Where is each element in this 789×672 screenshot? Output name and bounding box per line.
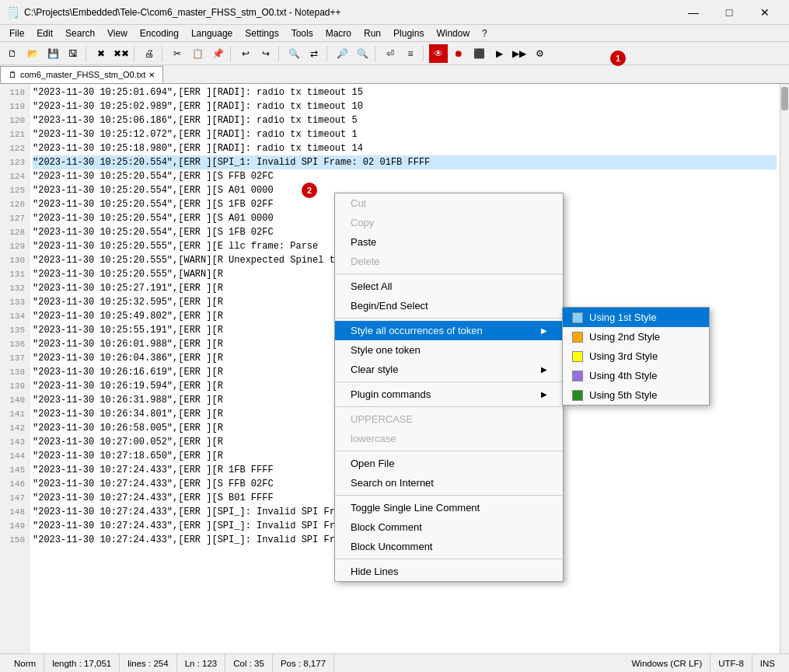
cut-button[interactable]: ✂ (168, 44, 187, 63)
menu-item-tools[interactable]: Tools (285, 26, 319, 40)
context-menu-item[interactable]: Clear style▶ (335, 360, 563, 379)
code-line: "2023-11-30 10:25:06.186",[ERR ][RADI]: … (33, 113, 777, 127)
menu-item-window[interactable]: Window (430, 26, 476, 40)
close-all-button[interactable]: ✖✖ (112, 44, 131, 63)
find-button[interactable]: 🔍 (285, 44, 303, 63)
line-number: 136 (0, 337, 29, 351)
context-menu-item[interactable]: Toggle Single Line Comment (335, 498, 563, 517)
context-menu-item[interactable]: Hide Lines (335, 562, 563, 581)
status-norm: Norm (6, 654, 44, 672)
status-encoding: UTF-8 (710, 654, 752, 672)
close-file-button[interactable]: ✖ (92, 44, 110, 63)
menu-item-macro[interactable]: Macro (319, 26, 358, 40)
menu-item-?[interactable]: ? (476, 26, 494, 40)
context-menu-item: Cut (335, 193, 563, 213)
tab-close-button[interactable]: ✕ (148, 71, 155, 79)
indent-button[interactable]: ≡ (401, 44, 420, 63)
scroll-thumb[interactable] (781, 87, 788, 110)
menu-item-edit[interactable]: Edit (30, 26, 59, 40)
context-menu-label: Search on Internet (351, 477, 434, 489)
play-button[interactable]: ▶ (490, 44, 508, 63)
menu-item-settings[interactable]: Settings (239, 26, 285, 40)
copy-button[interactable]: 📋 (188, 44, 207, 63)
submenu-item-label: Using 5th Style (589, 389, 657, 401)
style-color-swatch (572, 332, 583, 343)
undo-button[interactable]: ↩ (236, 44, 255, 63)
context-menu-label: Plugin commands (351, 388, 431, 400)
submenu-arrow-icon: ▶ (541, 390, 547, 399)
record-button[interactable]: ⏺ (449, 44, 468, 63)
scrollbar[interactable] (780, 84, 789, 653)
line-number: 120 (0, 113, 29, 127)
menu-bar: FileEditSearchViewEncodingLanguageSettin… (0, 25, 789, 42)
toolbar-sep1 (86, 46, 89, 61)
context-menu-item[interactable]: Style one token (335, 340, 563, 360)
context-menu-item[interactable]: Plugin commands▶ (335, 385, 563, 404)
submenu-item[interactable]: Using 4th Style (563, 366, 709, 385)
context-menu-item[interactable]: Begin/End Select (335, 296, 563, 315)
submenu-item[interactable]: Using 3rd Style (563, 346, 709, 366)
new-button[interactable]: 🗋 (3, 44, 22, 63)
context-menu-item[interactable]: Search on Internet (335, 473, 563, 493)
line-number: 141 (0, 407, 29, 421)
context-menu-item[interactable]: Open File (335, 454, 563, 473)
menu-item-encoding[interactable]: Encoding (134, 26, 185, 40)
open-button[interactable]: 📂 (23, 44, 42, 63)
context-menu-item[interactable]: Style all occurrences of token▶ (335, 321, 563, 340)
submenu-item-label: Using 3rd Style (589, 350, 658, 362)
zoom-in-button[interactable]: 🔎 (333, 44, 351, 63)
zoom-out-button[interactable]: 🔍 (353, 44, 372, 63)
line-number: 147 (0, 491, 29, 505)
context-menu-item[interactable]: Select All (335, 277, 563, 296)
eye-button[interactable]: 👁 (429, 44, 448, 63)
submenu-arrow-icon: ▶ (541, 365, 547, 374)
context-menu-label: Copy (351, 217, 374, 228)
line-number: 140 (0, 393, 29, 407)
submenu-item[interactable]: Using 5th Style (563, 385, 709, 405)
wrap-button[interactable]: ⏎ (381, 44, 400, 63)
stop-button[interactable]: ⬛ (470, 44, 488, 63)
tab-bar: 🗒 com6_master_FHSS_stm_O0.txt ✕ (0, 65, 789, 84)
save-all-button[interactable]: 🖫 (64, 44, 82, 63)
style-color-swatch (572, 390, 583, 401)
line-number: 122 (0, 141, 29, 155)
menu-item-run[interactable]: Run (358, 26, 387, 40)
context-menu-item[interactable]: Block Uncomment (335, 537, 563, 556)
find-replace-button[interactable]: ⇄ (305, 44, 323, 63)
menu-item-file[interactable]: File (3, 26, 30, 40)
status-lines: lines : 254 (120, 654, 176, 672)
context-menu-label: UPPERCASE (351, 413, 413, 425)
menu-item-search[interactable]: Search (59, 26, 101, 40)
style-color-swatch (572, 312, 583, 323)
context-menu-item[interactable]: Paste (335, 232, 563, 252)
line-number: 130 (0, 253, 29, 267)
macro-button[interactable]: ⚙ (530, 44, 549, 63)
paste-button[interactable]: 📌 (208, 44, 227, 63)
submenu-item-label: Using 4th Style (589, 370, 657, 381)
maximize-button[interactable]: □ (711, 0, 747, 25)
menu-item-language[interactable]: Language (185, 26, 239, 40)
title-icon: 🗒️ (6, 6, 19, 19)
save-button[interactable]: 💾 (44, 44, 62, 63)
redo-button[interactable]: ↪ (257, 44, 275, 63)
close-button[interactable]: ✕ (747, 0, 783, 25)
menu-item-plugins[interactable]: Plugins (387, 26, 430, 40)
line-number: 121 (0, 127, 29, 141)
context-menu-item[interactable]: Block Comment (335, 517, 563, 537)
play-all-button[interactable]: ▶▶ (510, 44, 529, 63)
minimize-button[interactable]: — (676, 0, 711, 25)
print-button[interactable]: 🖨 (140, 44, 159, 63)
code-line: "2023-11-30 10:25:02.989",[ERR ][RADI]: … (33, 99, 777, 113)
tab-label: com6_master_FHSS_stm_O0.txt (20, 70, 145, 79)
title-bar: 🗒️ C:\Projects\Embedded\Tele-C\com6_mast… (0, 0, 789, 25)
submenu-item[interactable]: Using 1st Style (563, 308, 709, 327)
context-menu-label: Select All (351, 280, 392, 292)
menu-item-view[interactable]: View (101, 26, 134, 40)
context-menu-item: UPPERCASE (335, 409, 563, 429)
tab-main-file[interactable]: 🗒 com6_master_FHSS_stm_O0.txt ✕ (0, 66, 163, 83)
context-menu-label: Cut (351, 197, 366, 209)
submenu-item[interactable]: Using 2nd Style (563, 327, 709, 346)
status-length: length : 17,051 (44, 654, 120, 672)
context-menu-separator (335, 451, 563, 451)
style-color-swatch (572, 371, 583, 381)
